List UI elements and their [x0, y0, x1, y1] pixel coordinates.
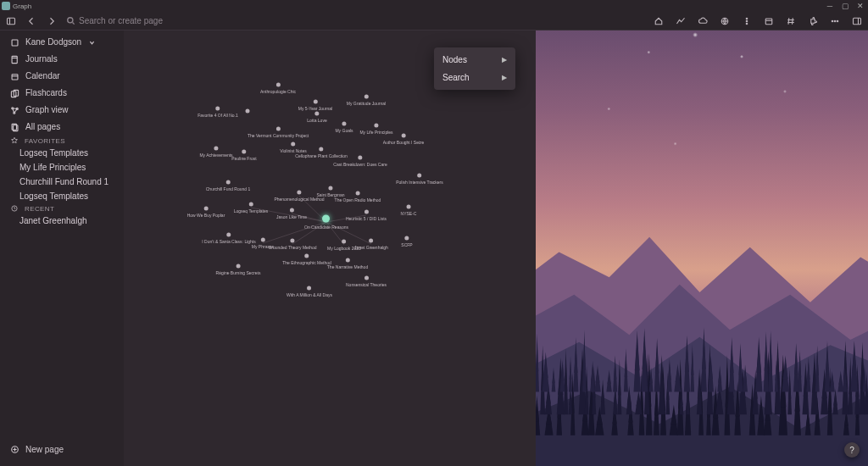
graph-node[interactable]: With A Million & All Days [287, 286, 332, 297]
favorites-header[interactable]: FAVORITES [0, 136, 124, 146]
graph-node[interactable]: Cast Breakdown: Does Care [333, 156, 387, 167]
graph-node-label: My Achievements [199, 153, 232, 158]
calendar-icon[interactable] [763, 15, 775, 27]
user-icon [10, 38, 19, 47]
graph-icon [10, 106, 19, 115]
hashtag-icon[interactable] [785, 15, 797, 27]
right-panel-toggle-icon[interactable] [851, 15, 863, 27]
graph-node-label: My Goals [335, 128, 353, 133]
svg-line-11 [793, 18, 793, 25]
nav-allpages[interactable]: All pages [0, 119, 124, 136]
nav-journals-label: Journals [25, 53, 58, 65]
globe-icon[interactable] [719, 15, 731, 27]
graph-node[interactable]: Janet Greenhalgh [354, 239, 388, 250]
graph-node[interactable]: I Don't & Santa Class: Lights [202, 233, 256, 244]
user-name: Kane Dodgson [25, 36, 81, 48]
graph-node[interactable]: Polish Intensive Trackers [396, 174, 443, 185]
window-title: Graph [13, 3, 31, 10]
graph-node[interactable]: The Ethnographic Method [282, 254, 331, 265]
graph-canvas[interactable]: Nodes▶ Search▶ Anthropologie ChicMy 5-Ye… [124, 31, 536, 466]
graph-node-label: Author Bought I Seize [383, 140, 425, 145]
graph-node-dot [328, 186, 332, 191]
overflow-icon[interactable] [829, 15, 841, 27]
graph-node[interactable]: Author Bought I Seize [383, 134, 425, 145]
help-button[interactable]: ? [844, 442, 860, 458]
graph-node[interactable]: Anthropologie Chic [260, 83, 296, 94]
graph-node[interactable]: My 5-Year Journal [298, 100, 332, 111]
graph-node-dot [355, 191, 359, 196]
graph-node-label: The Narrative Method [327, 264, 368, 269]
pages-icon [10, 123, 19, 132]
cloud-sync-icon[interactable] [697, 15, 709, 27]
graph-node-dot [405, 236, 409, 241]
graph-node[interactable] [246, 109, 250, 115]
svg-line-10 [788, 18, 789, 25]
favorite-item[interactable]: Logseq Templates [0, 146, 124, 160]
graph-node-dot [304, 254, 309, 258]
graph-node[interactable]: How We Buy Poplar [187, 207, 225, 218]
graph-node-dot [292, 142, 296, 147]
home-icon[interactable] [653, 15, 665, 27]
graph-node-dot [402, 134, 406, 138]
nav-journals[interactable]: Journals [0, 51, 124, 68]
graph-node-dot [364, 276, 369, 280]
graph-node[interactable]: The Narrative Method [327, 258, 368, 269]
favorite-item[interactable]: Logseq Templates [0, 189, 124, 203]
graph-node[interactable]: Nonsensical Theories [346, 276, 387, 287]
left-sidebar: Kane Dodgson Journals Calendar Flashcard… [0, 31, 124, 466]
graph-node[interactable]: The Open Radio Method [335, 191, 381, 202]
nav-flashcards[interactable]: Flashcards [0, 85, 124, 102]
graph-node-dot [242, 150, 247, 154]
graph-node[interactable]: My Achievements [199, 147, 232, 158]
graph-node-dot [369, 239, 373, 243]
nav-calendar[interactable]: Calendar [0, 68, 124, 85]
svg-point-6 [746, 20, 748, 22]
graph-node[interactable]: My Gratitude Journal [347, 95, 386, 106]
window-minimize-button[interactable]: ─ [822, 0, 837, 12]
graph-node[interactable]: Jason Like Time [276, 208, 307, 219]
more-icon[interactable] [741, 15, 753, 27]
graph-node-label: SCFP [401, 242, 412, 247]
graph-node[interactable]: Régine Burning Secrets [216, 264, 261, 275]
graph-node[interactable]: Churchill Fund Round 1 [206, 180, 251, 191]
graph-node-label: The Vermont Community Project [248, 133, 309, 138]
graph-node[interactable]: Logseq Templates [234, 202, 269, 214]
favorite-item-label: Churchill Fund Round 1 [19, 176, 108, 187]
window-close-button[interactable]: ✕ [853, 0, 868, 12]
nav-graphview[interactable]: Graph view [0, 102, 124, 119]
favorite-item-label: Logseq Templates [19, 147, 88, 158]
graph-node[interactable]: Pauline Frost [231, 150, 256, 161]
svg-rect-19 [12, 40, 18, 46]
graph-node[interactable]: The Vermont Community Project [248, 127, 309, 138]
favorite-item[interactable]: Churchill Fund Round 1 [0, 175, 124, 189]
graph-node[interactable]: Favorite 4 Of All No.1 [198, 107, 238, 118]
svg-rect-0 [8, 18, 15, 25]
svg-rect-8 [765, 19, 772, 25]
graph-node[interactable]: My Goals [335, 122, 353, 133]
user-menu[interactable]: Kane Dodgson [0, 34, 124, 51]
nav-back-button[interactable] [25, 15, 37, 27]
graph-node[interactable]: Heuristic 5 / DID Lists [346, 210, 387, 221]
graph-node-dot [364, 210, 368, 214]
graph-node-dot [342, 240, 346, 244]
graph-node-highlighted[interactable]: On Candidate Reasons [304, 215, 348, 230]
graph-toolbox-search[interactable]: Search▶ [434, 69, 515, 86]
graph-node[interactable]: SCFP [401, 236, 412, 247]
graph-toolbox: Nodes▶ Search▶ [434, 47, 515, 90]
global-search[interactable]: Search or create page [66, 16, 644, 25]
graph-node[interactable]: NYSE-C [401, 205, 417, 216]
window-maximize-button[interactable]: ▢ [837, 0, 853, 12]
new-page-button[interactable]: New page [0, 440, 124, 463]
graph-node-label: Janet Greenhalgh [354, 245, 388, 250]
graph-node[interactable]: Grounded Theory Method [268, 239, 316, 250]
extension-icon[interactable] [807, 15, 819, 27]
sidebar-toggle-icon[interactable] [5, 15, 17, 27]
favorite-item[interactable]: My Life Principles [0, 160, 124, 175]
graph-node[interactable]: Lotta Love [307, 112, 326, 123]
graph-toolbox-nodes[interactable]: Nodes▶ [434, 51, 515, 69]
analytics-icon[interactable] [675, 15, 687, 27]
recent-item[interactable]: Janet Greenhalgh [0, 214, 124, 228]
recent-header[interactable]: RECENT [0, 203, 124, 214]
graph-node-dot [261, 238, 265, 242]
nav-forward-button[interactable] [46, 15, 58, 27]
